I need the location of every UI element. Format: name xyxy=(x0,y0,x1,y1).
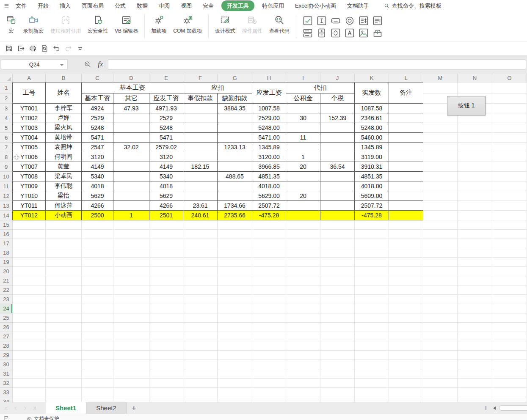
cell-C28[interactable] xyxy=(82,341,113,351)
cell-D6[interactable] xyxy=(113,133,149,143)
cell-L29[interactable] xyxy=(389,351,423,360)
cell-D24[interactable] xyxy=(113,304,149,313)
cell-H24[interactable] xyxy=(252,304,286,313)
column-header-M[interactable]: M xyxy=(423,74,458,82)
cell-O22[interactable] xyxy=(492,285,527,295)
cell-I29[interactable] xyxy=(286,351,320,360)
cell-A5[interactable]: YT003 xyxy=(13,123,46,133)
cell-L12[interactable] xyxy=(389,191,423,201)
cell-H11[interactable]: 4018.00 xyxy=(252,181,286,191)
image-control-icon[interactable] xyxy=(359,28,369,38)
cell-E34[interactable] xyxy=(149,397,183,402)
cell-J13[interactable] xyxy=(320,201,355,211)
cell-N34[interactable] xyxy=(458,397,492,402)
cell-K33[interactable] xyxy=(355,388,389,397)
cell-I22[interactable] xyxy=(286,285,320,295)
cell-G21[interactable] xyxy=(218,276,252,285)
cell-N21[interactable] xyxy=(458,276,492,285)
cell-A1-employee-id[interactable]: 工号 xyxy=(13,82,46,104)
cell-H12[interactable]: 5629.00 xyxy=(252,191,286,201)
cell-N14[interactable] xyxy=(458,211,492,220)
cell-D14[interactable]: 1 xyxy=(113,211,149,220)
row-header-6[interactable]: 6 xyxy=(0,133,13,143)
cell-M32[interactable] xyxy=(423,379,458,388)
row-header-27[interactable]: 27 xyxy=(0,332,13,341)
cell-L32[interactable] xyxy=(389,379,423,388)
cell-F25[interactable] xyxy=(183,313,218,323)
cell-L4[interactable] xyxy=(389,113,423,123)
cell-N30[interactable] xyxy=(458,360,492,369)
cell-O20[interactable] xyxy=(492,267,527,276)
cell-G9[interactable] xyxy=(218,162,252,172)
cell-J24[interactable] xyxy=(320,304,355,313)
cell-A10[interactable]: YT008 xyxy=(13,172,46,181)
cell-L17[interactable] xyxy=(389,239,423,248)
cell-E17[interactable] xyxy=(149,239,183,248)
cell-E32[interactable] xyxy=(149,379,183,388)
cell-K34[interactable] xyxy=(355,397,389,402)
protection-status[interactable]: 文档未保护 xyxy=(26,415,59,420)
cell-N16[interactable] xyxy=(458,230,492,239)
cell-H32[interactable] xyxy=(252,379,286,388)
row-header-29[interactable]: 29 xyxy=(0,351,13,360)
cell-O29[interactable] xyxy=(492,351,527,360)
cell-H22[interactable] xyxy=(252,285,286,295)
cell-G31[interactable] xyxy=(218,369,252,379)
cell-A28[interactable] xyxy=(13,341,46,351)
cell-I1-withhold-group[interactable]: 代扣 xyxy=(286,82,355,93)
cell-F26[interactable] xyxy=(183,323,218,332)
cell-I30[interactable] xyxy=(286,360,320,369)
cell-M33[interactable] xyxy=(423,388,458,397)
cell-B3[interactable]: 李梓军 xyxy=(46,104,82,113)
cell-J8[interactable] xyxy=(320,152,355,162)
cell-G22[interactable] xyxy=(218,285,252,295)
cell-E27[interactable] xyxy=(149,332,183,341)
cell-I23[interactable] xyxy=(286,295,320,304)
row-header-12[interactable]: 12 xyxy=(0,191,13,201)
cell-H6[interactable]: 5471.00 xyxy=(252,133,286,143)
menu-hamburger-icon[interactable] xyxy=(4,3,10,9)
cell-F3[interactable] xyxy=(183,104,218,113)
cell-M27[interactable] xyxy=(423,332,458,341)
cell-A17[interactable] xyxy=(13,239,46,248)
cell-E7[interactable]: 2579.02 xyxy=(149,143,183,152)
cell-K22[interactable] xyxy=(355,285,389,295)
cell-E31[interactable] xyxy=(149,369,183,379)
menu-item-formulas[interactable]: 公式 xyxy=(109,0,131,11)
cell-L26[interactable] xyxy=(389,323,423,332)
list-box-control-icon[interactable] xyxy=(359,16,369,26)
addins-button[interactable]: 加载项 xyxy=(148,14,170,35)
name-box-caret-icon[interactable] xyxy=(60,64,63,66)
column-header-N[interactable]: N xyxy=(458,74,492,82)
cell-G27[interactable] xyxy=(218,332,252,341)
cell-M21[interactable] xyxy=(423,276,458,285)
cell-K1-net-pay[interactable]: 实发数 xyxy=(355,82,389,104)
cell-L9[interactable] xyxy=(389,162,423,172)
cell-A3[interactable]: YT001 xyxy=(13,104,46,113)
cell-G20[interactable] xyxy=(218,267,252,276)
cell-B19[interactable] xyxy=(46,258,82,267)
cell-M31[interactable] xyxy=(423,369,458,379)
cell-N28[interactable] xyxy=(458,341,492,351)
cell-O19[interactable] xyxy=(492,258,527,267)
cell-L31[interactable] xyxy=(389,369,423,379)
cell-E16[interactable] xyxy=(149,230,183,239)
cell-L13[interactable] xyxy=(389,201,423,211)
cell-D30[interactable] xyxy=(113,360,149,369)
column-header-L[interactable]: L xyxy=(389,74,423,82)
cell-K19[interactable] xyxy=(355,258,389,267)
cell-A33[interactable] xyxy=(13,388,46,397)
column-header-C[interactable]: C xyxy=(82,74,113,82)
cell-M26[interactable] xyxy=(423,323,458,332)
cell-M11[interactable] xyxy=(423,181,458,191)
cell-C3[interactable]: 4924 xyxy=(82,104,113,113)
cell-F30[interactable] xyxy=(183,360,218,369)
cell-A34[interactable] xyxy=(13,397,46,402)
cell-F21[interactable] xyxy=(183,276,218,285)
cell-N8[interactable] xyxy=(458,152,492,162)
column-header-I[interactable]: I xyxy=(286,74,320,82)
cell-G10[interactable]: 488.65 xyxy=(218,172,252,181)
cell-N11[interactable] xyxy=(458,181,492,191)
cell-D13[interactable] xyxy=(113,201,149,211)
cell-N12[interactable] xyxy=(458,191,492,201)
